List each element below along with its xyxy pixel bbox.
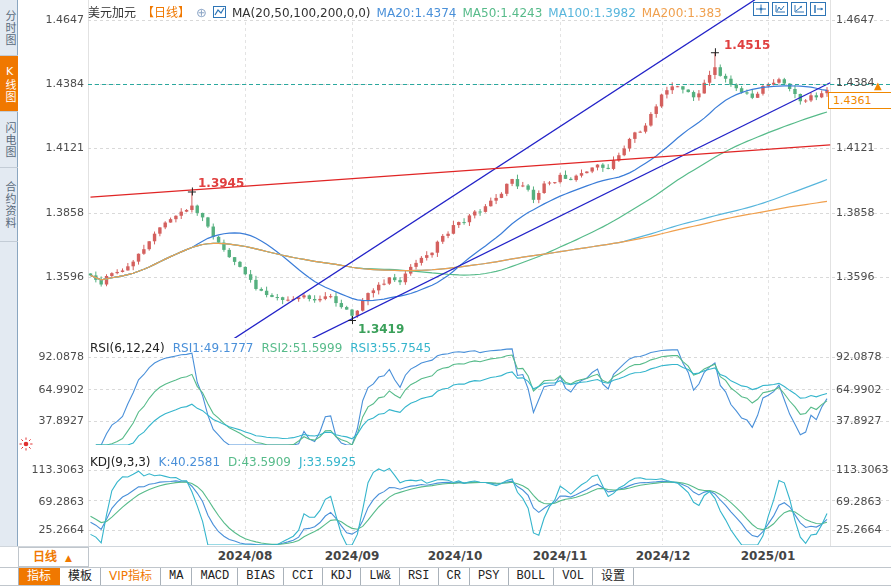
ma50-value: MA50:1.4243 — [462, 6, 542, 20]
kdj-d-value: D:43.5909 — [228, 455, 291, 469]
kdj-j-value: J:33.5925 — [299, 455, 356, 469]
ma-settings-label: MA(20,50,100,200,0,0) — [232, 6, 371, 20]
swing-low-label: 1.3419 — [358, 322, 404, 336]
rsi1-value: RSI1:49.1777 — [173, 341, 254, 355]
rsi-tick-right: 64.9902 — [836, 383, 890, 396]
last-price-readout: 1.4361 — [828, 92, 891, 109]
chevron-up-icon: ▲ — [65, 553, 72, 563]
x-axis-label: 2025/01 — [736, 549, 800, 563]
kdj-tick-left: 25.2664 — [18, 523, 84, 536]
x-axis-label: 2024/08 — [213, 549, 277, 563]
tab-vol[interactable]: VOL — [554, 568, 593, 585]
price-tick-left: 1.3858 — [18, 206, 84, 219]
sidebar-item-contract-info[interactable]: 合约资料 — [0, 168, 18, 242]
kdj-tick-left: 113.3063 — [18, 463, 84, 476]
alert-icon[interactable] — [19, 437, 33, 454]
x-axis-row: 日线▲ 2024/08 2024/09 2024/10 2024/11 2024… — [0, 546, 891, 568]
rsi2-value: RSI2:51.5999 — [261, 341, 342, 355]
tab-ma[interactable]: MA — [161, 568, 192, 585]
kdj-params-label: KDJ(9,3,3) — [90, 455, 151, 469]
kdj-header: KDJ(9,3,3)K:40.2581D:43.5909J:33.5925 — [90, 455, 364, 469]
symbol-title: 美元加元 — [88, 6, 136, 20]
chart-toolbar — [753, 2, 826, 16]
x-axis-label: 2024/10 — [423, 549, 487, 563]
x-axis-label: 2024/11 — [528, 549, 592, 563]
swing-high-label: 1.4515 — [724, 38, 770, 52]
chart-type-sidebar: 分时图 K线图 闪电图 合约资料 — [0, 0, 18, 546]
tab-psy[interactable]: PSY — [470, 568, 509, 585]
indicator-tab-bar: 指标 模板 VIP指标 MA MACD BIAS CCI KDJ LW& RSI… — [0, 567, 891, 586]
kdj-tick-left: 69.2863 — [18, 495, 84, 508]
exit-panel-icon[interactable] — [810, 2, 826, 16]
tab-lwr[interactable]: LW& — [361, 568, 400, 585]
tab-bias[interactable]: BIAS — [238, 568, 284, 585]
tab-rsi[interactable]: RSI — [400, 568, 439, 585]
tab-cci[interactable]: CCI — [284, 568, 323, 585]
tab-macd[interactable]: MACD — [192, 568, 238, 585]
tab-cr[interactable]: CR — [439, 568, 470, 585]
sidebar-item-timeshare[interactable]: 分时图 — [0, 0, 18, 56]
price-tick-right: 1.4121 — [836, 141, 890, 154]
price-tick-right: 1.3596 — [836, 270, 890, 283]
x-axis-label: 2024/09 — [320, 549, 384, 563]
price-tick-left: 1.4121 — [18, 141, 84, 154]
period-selector[interactable]: 日线▲ — [18, 547, 89, 567]
rsi-tick-right: 92.0878 — [836, 350, 890, 363]
crosshair-icon[interactable] — [753, 2, 769, 16]
price-tick-left: 1.4384 — [18, 77, 84, 90]
rsi3-value: RSI3:55.7545 — [350, 341, 431, 355]
price-up-arrow-icon: ▲ — [874, 80, 882, 91]
x-axis-label: 2024/12 — [631, 549, 695, 563]
kdj-tick-right: 113.3063 — [836, 463, 890, 476]
ma200-value: MA200:1.383 — [642, 6, 722, 20]
rsi-tick-left: 64.9902 — [18, 383, 84, 396]
tab-vip-indicator[interactable]: VIP指标 — [101, 568, 161, 585]
forex-chart-app: 分时图 K线图 闪电图 合约资料 美元加元【日线】⊕MA(20,50,100,2… — [0, 0, 891, 586]
price-tick-left: 1.4647 — [18, 13, 84, 26]
price-tick-right: 1.3858 — [836, 206, 890, 219]
rsi-header: RSI(6,12,24)RSI1:49.1777RSI2:51.5999RSI3… — [90, 341, 439, 355]
kdj-tick-right: 25.2664 — [836, 523, 890, 536]
sidebar-item-lightning[interactable]: 闪电图 — [0, 112, 18, 168]
rsi-tick-left: 37.8927 — [18, 414, 84, 427]
add-indicator-icon[interactable]: ⊕ — [196, 5, 207, 20]
tab-settings[interactable]: 设置 — [593, 568, 634, 585]
sidebar-item-kline[interactable]: K线图 — [0, 56, 18, 112]
price-tick-left: 1.3596 — [18, 270, 84, 283]
ma20-value: MA20:1.4374 — [377, 6, 457, 20]
kdj-k-value: K:40.2581 — [159, 455, 221, 469]
tab-boll[interactable]: BOLL — [509, 568, 555, 585]
rsi-tick-right: 37.8927 — [836, 414, 890, 427]
zoom-axis-icon[interactable] — [772, 2, 788, 16]
ma100-value: MA100:1.3982 — [548, 6, 636, 20]
swing-high-label: 1.3945 — [198, 176, 244, 190]
pan-axis-icon[interactable] — [791, 2, 807, 16]
tab-kdj[interactable]: KDJ — [323, 568, 362, 585]
period-label: 【日线】 — [142, 6, 190, 20]
tab-template[interactable]: 模板 — [60, 568, 101, 585]
rsi-tick-left: 92.0878 — [18, 350, 84, 363]
tab-indicator[interactable]: 指标 — [18, 568, 60, 585]
price-tick-right: 1.4647 — [836, 13, 890, 26]
chart-style-icon[interactable] — [213, 6, 226, 20]
kdj-tick-right: 69.2863 — [836, 495, 890, 508]
chart-header: 美元加元【日线】⊕MA(20,50,100,200,0,0)MA20:1.437… — [88, 3, 728, 20]
rsi-params-label: RSI(6,12,24) — [90, 341, 165, 355]
